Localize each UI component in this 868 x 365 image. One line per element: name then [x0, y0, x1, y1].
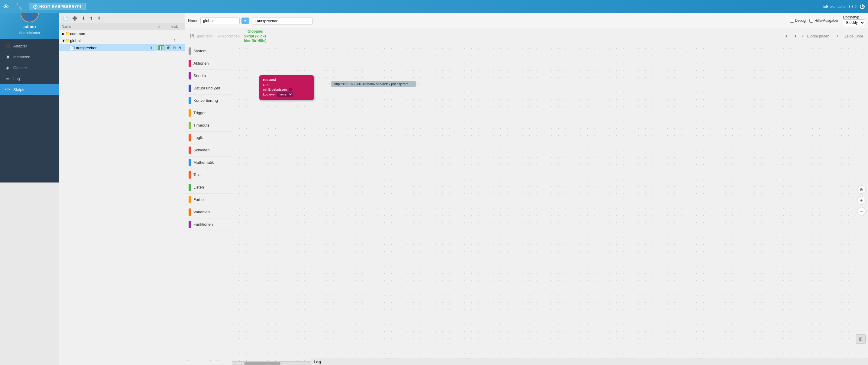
category-schleifen[interactable]: Schleifen — [185, 144, 232, 156]
tree-item-actions-lautsprecher: ▐▐ 🗑 ⎘ ✎ — [158, 45, 182, 50]
sidebar-item-log[interactable]: ☰ Log — [0, 73, 59, 84]
folder-icon-common: 📁 — [65, 31, 70, 36]
name-input[interactable] — [200, 17, 240, 24]
sidebar-item-adapter[interactable]: ⬛ Adapter — [0, 40, 59, 51]
category-logik[interactable]: Logik — [185, 132, 232, 144]
save-button[interactable]: 💾 Speichern — [188, 33, 214, 39]
main-content: 📄 ➕ ⬇ ⬆ ⬇ Name ✕ Inst. ▶ 📁 common ▼ 📁 gl… — [59, 13, 434, 183]
block-ergebnisse-row: mit Ergebnissen — [263, 88, 310, 91]
canvas-area[interactable]: request URL mit Ergebnissen Loglevel kei… — [232, 45, 434, 183]
play-button-lautsprecher[interactable]: ▐▐ — [158, 45, 164, 50]
save-icon: 💾 — [190, 34, 194, 38]
url-open-quote: " — [329, 82, 330, 86]
color-system — [189, 48, 191, 55]
tree-item-global[interactable]: ▼ 📁 global 1 — [59, 37, 185, 44]
tree-item-label-common: common — [70, 31, 167, 36]
color-datum-zeit — [189, 85, 191, 92]
url-label: URL — [263, 83, 270, 87]
category-label-mathematik: Mathematik — [193, 160, 214, 165]
category-label-konvertierung: Konvertierung — [193, 98, 218, 103]
color-aktionen — [189, 60, 191, 67]
sidebar-role: Administrator — [19, 31, 40, 35]
category-aktionen[interactable]: Aktionen — [185, 57, 232, 70]
sidebar-nav: ⬛ Adapter ▣ Instanzen ◈ Objekte ☰ Log <>… — [0, 39, 59, 95]
category-datum-zeit[interactable]: Datum und Zeit — [185, 82, 232, 95]
blockly-workspace[interactable]: System Aktionen Sendto Datum und Zeit Ko… — [185, 45, 434, 183]
script-toolbar: 📄 ➕ ⬇ ⬆ ⬇ — [59, 13, 185, 23]
global-script-info[interactable]: GlobalesSkript (klickehier für Hilfe) — [244, 29, 267, 43]
abort-icon: ↩ — [218, 34, 221, 38]
blockly-panel: Name ▼ Debug Hilfe-Ausgaben Enginetyp — [185, 13, 434, 183]
top-header: 👁 🔧 HOST RASPBERRYPI ioBroker.admin 3.3.… — [0, 0, 434, 13]
script-icon-lautsprecher: 📄 — [69, 45, 74, 50]
upload-button[interactable]: ⬆ — [88, 15, 94, 21]
url-value-block[interactable]: http://192.168.200.36/MainZone/index.put… — [331, 81, 416, 87]
category-label-text: Text — [193, 173, 201, 177]
expand-icon-global: ▼ — [62, 38, 65, 43]
sidebar-item-instanzen[interactable]: ▣ Instanzen — [0, 51, 59, 62]
block-loglevel-row: Loglevel keins — [263, 92, 310, 97]
sidebar-item-objekte[interactable]: ◈ Objekte — [0, 62, 59, 73]
category-label-logik: Logik — [193, 135, 203, 140]
category-label-trigger: Trigger — [193, 111, 206, 115]
abort-button[interactable]: ↩ Abbrechen — [216, 33, 242, 39]
description-input[interactable] — [252, 18, 312, 25]
blockly-toolbar: 💾 Speichern ↩ Abbrechen GlobalesSkript (… — [185, 28, 434, 45]
host-button-label: HOST RASPBERRYPI — [39, 4, 81, 9]
edit-button-lautsprecher[interactable]: ✎ — [178, 45, 182, 50]
stop-button-lautsprecher[interactable]: 🗑 — [166, 45, 172, 50]
host-power-icon — [33, 4, 37, 9]
color-timeouts — [189, 122, 191, 129]
wrench-icon[interactable]: 🔧 — [15, 3, 23, 10]
color-text — [189, 171, 191, 179]
category-label-schleifen: Schleifen — [193, 148, 210, 152]
tree-item-count-global: 1 — [167, 38, 182, 43]
clear-filter-icon[interactable]: ✕ — [158, 25, 160, 29]
color-logik — [189, 134, 191, 142]
category-system[interactable]: System — [185, 45, 232, 57]
eye-icon[interactable]: 👁 — [3, 3, 9, 10]
tree-item-lautsprecher[interactable]: 📄 Lautsprecher 0 ▐▐ 🗑 ⎘ ✎ — [59, 44, 185, 51]
name-label: Name — [188, 19, 198, 23]
column-name: Name — [62, 25, 167, 29]
add-button[interactable]: ➕ — [71, 15, 79, 21]
category-trigger[interactable]: Trigger — [185, 107, 232, 119]
header-left: 👁 🔧 HOST RASPBERRYPI — [3, 3, 86, 10]
export-button[interactable]: ⬇ — [96, 15, 102, 21]
tree-item-count-lautsprecher: 0 — [143, 45, 158, 50]
log-icon: ☰ — [5, 76, 10, 81]
request-block[interactable]: request URL mit Ergebnissen Loglevel kei… — [259, 75, 314, 100]
block-title: request — [263, 78, 310, 82]
category-mathematik[interactable]: Mathematik — [185, 156, 232, 169]
mit-ergebnissen-checkbox[interactable] — [289, 88, 292, 91]
sidebar-item-skripte[interactable]: <> Skripte — [0, 84, 59, 95]
folder-icon-global: 📁 — [65, 38, 70, 43]
color-sendto — [189, 72, 191, 80]
sidebar: ✕ 👤 admin Administrator ⬛ Adapter ▣ Inst… — [0, 0, 59, 183]
category-text[interactable]: Text — [185, 169, 232, 181]
tree-item-label-lautsprecher: Lautsprecher — [74, 45, 143, 50]
name-dropdown-button[interactable]: ▼ — [242, 18, 249, 24]
category-timeouts[interactable]: Timeouts — [185, 119, 232, 132]
sidebar-username: admin — [23, 24, 36, 29]
loglevel-select[interactable]: keins — [277, 92, 293, 97]
tree-item-common[interactable]: ▶ 📁 common — [59, 30, 185, 37]
category-label-datum-zeit: Datum und Zeit — [193, 86, 220, 90]
category-sendto[interactable]: Sendto — [185, 70, 232, 82]
host-button[interactable]: HOST RASPBERRYPI — [29, 3, 86, 10]
mit-ergebnissen-label: mit Ergebnissen — [263, 88, 287, 91]
category-listen[interactable]: Listen — [185, 181, 232, 183]
category-konvertierung[interactable]: Konvertierung — [185, 95, 232, 107]
skripte-icon: <> — [5, 87, 10, 92]
block-url-row: URL — [263, 83, 310, 87]
block-categories: System Aktionen Sendto Datum und Zeit Ko… — [185, 45, 232, 183]
color-mathematik — [189, 159, 191, 166]
copy-button-lautsprecher[interactable]: ⎘ — [173, 45, 177, 50]
download-button[interactable]: ⬇ — [81, 15, 87, 21]
script-tree: ▶ 📁 common ▼ 📁 global 1 📄 Lautsprecher 0… — [59, 30, 185, 183]
url-value-container: " http://192.168.200.36/MainZone/index.p… — [329, 81, 418, 87]
description-row — [252, 17, 312, 25]
new-file-button[interactable]: 📄 — [62, 15, 69, 21]
sidebar-item-label-instanzen: Instanzen — [13, 55, 30, 59]
adapter-icon: ⬛ — [5, 43, 10, 48]
